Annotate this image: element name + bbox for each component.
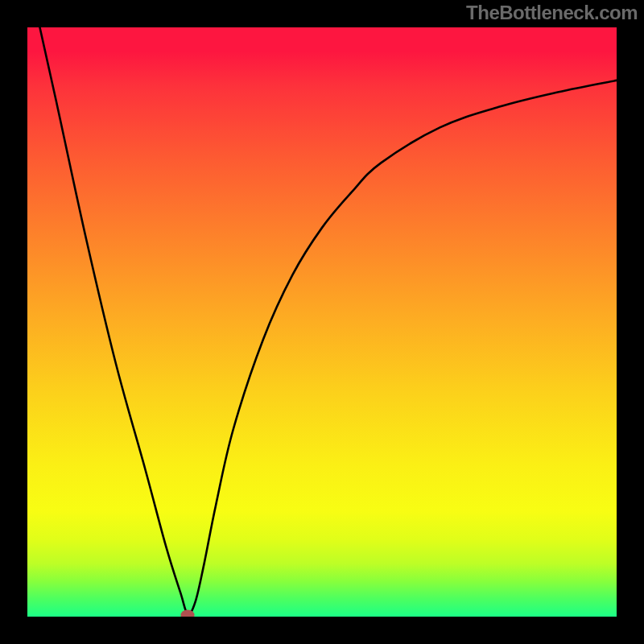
plot-area bbox=[27, 27, 617, 617]
curve-svg bbox=[27, 27, 617, 617]
watermark-text: TheBottleneck.com bbox=[466, 2, 638, 24]
optimal-point-marker bbox=[181, 609, 195, 617]
chart-frame: TheBottleneck.com bbox=[0, 0, 644, 644]
bottleneck-curve bbox=[33, 27, 617, 614]
